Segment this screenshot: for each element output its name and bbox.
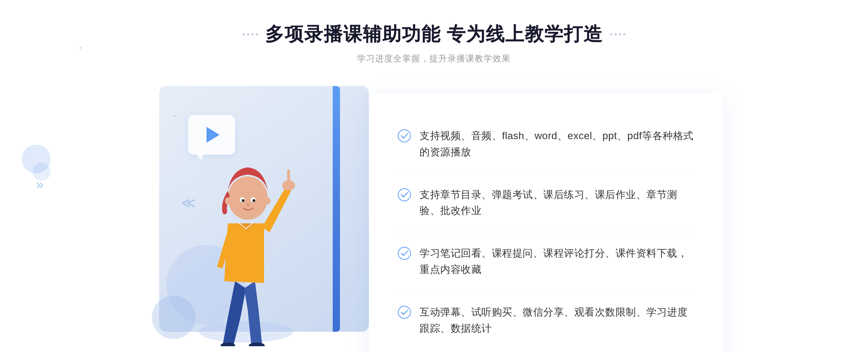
svg-point-15 <box>398 247 410 259</box>
title-row: 多项录播课辅助功能 专为线上教学打造 <box>243 22 625 47</box>
svg-point-3 <box>282 180 295 190</box>
check-icon-4 <box>398 306 411 319</box>
feature-item-3: 学习笔记回看、课程提问、课程评论打分、课件资料下载，重点内容收藏 <box>398 232 694 291</box>
svg-point-5 <box>228 176 268 220</box>
feature-text-3: 学习笔记回看、课程提问、课程评论打分、课件资料下载，重点内容收藏 <box>420 245 694 278</box>
illustration-area: for(let i=0;i<100;i++) document.currentS… <box>145 86 376 346</box>
title-dots-left <box>243 33 258 35</box>
svg-point-0 <box>199 321 293 343</box>
svg-point-10 <box>247 203 250 206</box>
main-title: 多项录播课辅助功能 专为线上教学打造 <box>265 22 603 47</box>
feature-item-4: 互动弹幕、试听购买、微信分享、观看次数限制、学习进度跟踪、数据统计 <box>398 291 694 350</box>
svg-point-11 <box>225 197 231 205</box>
svg-point-8 <box>242 199 244 202</box>
check-icon-1 <box>398 129 411 142</box>
blue-accent-bar <box>333 86 340 332</box>
title-dots-right <box>610 33 625 35</box>
dot-pattern-top-left: for(let i=0;i<80;i++) document.currentSc… <box>80 47 114 49</box>
deco-circle-medium <box>152 296 195 339</box>
check-icon-3 <box>398 247 411 260</box>
feature-list: 支持视频、音频、flash、word、excel、ppt、pdf等各种格式的资源… <box>398 115 694 349</box>
play-icon <box>207 127 220 143</box>
svg-point-16 <box>398 306 410 318</box>
check-icon-2 <box>398 188 411 201</box>
svg-point-14 <box>398 189 410 201</box>
svg-point-9 <box>252 199 255 202</box>
subtitle: 学习进度全掌握，提升录播课教学效果 <box>243 53 625 64</box>
header-section: 多项录播课辅助功能 专为线上教学打造 学习进度全掌握，提升录播课教学效果 <box>243 22 625 64</box>
feature-text-2: 支持章节目录、弹题考试、课后练习、课后作业、章节测验、批改作业 <box>420 187 694 219</box>
features-card: 支持视频、音频、flash、word、excel、ppt、pdf等各种格式的资源… <box>369 93 723 352</box>
svg-point-12 <box>265 197 271 205</box>
main-content: for(let i=0;i<100;i++) document.currentS… <box>145 86 723 352</box>
feature-item-1: 支持视频、音频、flash、word、excel、ppt、pdf等各种格式的资源… <box>398 115 694 174</box>
feature-text-4: 互动弹幕、试听购买、微信分享、观看次数限制、学习进度跟踪、数据统计 <box>420 304 694 337</box>
feature-text-1: 支持视频、音频、flash、word、excel、ppt、pdf等各种格式的资源… <box>420 128 694 160</box>
feature-item-2: 支持章节目录、弹题考试、课后练习、课后作业、章节测验、批改作业 <box>398 174 694 233</box>
page-wrapper: for(let i=0;i<80;i++) document.currentSc… <box>0 0 868 352</box>
side-circle-2 <box>33 163 51 181</box>
person-figure <box>192 144 300 346</box>
svg-point-13 <box>398 130 410 142</box>
